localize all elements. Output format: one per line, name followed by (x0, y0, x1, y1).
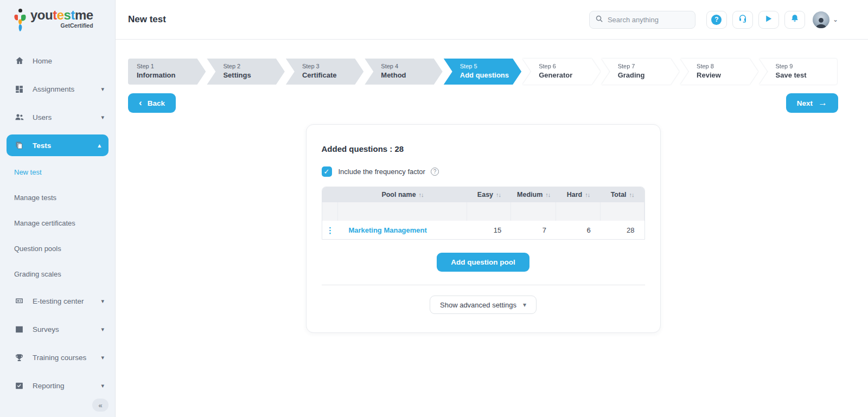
sidebar-subitem-new-test[interactable]: New test (0, 159, 115, 185)
sidebar-item-label: Users (33, 113, 52, 121)
chevron-up-icon: ▴ (98, 142, 101, 149)
step-3-certificate[interactable]: Step 3Certificate (286, 59, 363, 85)
sidebar-nav: Home Assignments ▾ Users ▾ T (0, 47, 115, 400)
sort-icon[interactable]: ↑↓ (629, 191, 634, 198)
sidebar-item-label: E-testing center (33, 297, 84, 305)
search-icon (595, 15, 603, 25)
sidebar-item-etesting-center[interactable]: E-testing center ▾ (0, 287, 115, 315)
pool-name-link[interactable]: Marketing Management (348, 226, 426, 234)
divider (322, 285, 645, 285)
sidebar-subitem-grading-scales[interactable]: Grading scales (0, 261, 115, 287)
step-2-settings[interactable]: Step 2Settings (207, 59, 284, 85)
avatar (813, 11, 829, 28)
search-box[interactable] (589, 11, 695, 29)
sort-icon[interactable]: ↑↓ (585, 191, 590, 198)
sidebar-item-tests[interactable]: Tests ▴ (7, 134, 108, 156)
step-9-save-test[interactable]: Step 9Save test (760, 59, 837, 85)
report-check-icon (14, 381, 24, 391)
sidebar-item-home[interactable]: Home (0, 47, 115, 75)
sidebar-item-surveys[interactable]: Surveys ▾ (0, 315, 115, 343)
table-row: ⋮ Marketing Management 15 7 6 28 (322, 221, 644, 239)
tutorial-button[interactable] (758, 11, 779, 29)
brand-subtitle: GetCertified (30, 23, 93, 29)
step-1-information[interactable]: Step 1Information (128, 59, 206, 85)
sidebar-item-users[interactable]: Users ▾ (0, 103, 115, 131)
column-header-pool-name[interactable]: Pool name ↑↓ (338, 187, 467, 202)
sidebar-subitem-manage-tests[interactable]: Manage tests (0, 185, 115, 210)
sidebar-item-label: Surveys (33, 325, 59, 333)
collapse-icon: « (98, 401, 102, 409)
filter-total[interactable] (601, 202, 644, 221)
topbar: New test ? (116, 0, 868, 40)
step-6-generator[interactable]: Step 6Generator (522, 59, 600, 85)
frequency-factor-checkbox[interactable]: ✓ (322, 166, 332, 177)
added-questions-count: Added questions : 28 (322, 144, 645, 153)
user-menu[interactable]: ⌄ (813, 11, 838, 28)
filter-pool-name[interactable] (338, 202, 467, 221)
chevron-down-icon: ⌄ (833, 16, 838, 23)
sidebar-item-label: Tests (33, 142, 51, 150)
trophy-icon (14, 352, 24, 363)
column-header-easy[interactable]: Easy ↑↓ (467, 187, 512, 202)
back-button[interactable]: ‹ Back (128, 93, 176, 113)
page-title: New test (128, 14, 166, 25)
sort-icon[interactable]: ↑↓ (419, 191, 424, 198)
play-icon (764, 14, 773, 25)
step-8-review[interactable]: Step 8Review (680, 59, 758, 85)
step-4-method[interactable]: Step 4Method (365, 59, 442, 85)
users-icon (14, 112, 24, 123)
sidebar-item-label: Reporting (33, 382, 65, 390)
sidebar-subitem-manage-certificates[interactable]: Manage certificates (0, 210, 115, 236)
table-header-row: Pool name ↑↓ Easy ↑↓ Medium ↑↓ (322, 187, 644, 202)
sidebar-item-reporting[interactable]: Reporting ▾ (0, 371, 115, 400)
home-icon (14, 56, 24, 66)
sidebar-item-assignments[interactable]: Assignments ▾ (0, 75, 115, 103)
sidebar-item-label: Training courses (33, 354, 86, 362)
support-button[interactable] (732, 11, 753, 29)
wizard-stepper: Step 1Information Step 2Settings Step 3C… (128, 59, 838, 85)
brand-logo-icon (13, 9, 27, 33)
column-header-medium[interactable]: Medium ↑↓ (511, 187, 556, 202)
arrow-right-icon: → (818, 98, 827, 108)
chevron-down-icon: ▾ (523, 301, 526, 309)
filter-medium[interactable] (511, 202, 556, 221)
sidebar-item-training-courses[interactable]: Training courses ▾ (0, 343, 115, 371)
chevron-down-icon: ▾ (101, 86, 104, 93)
frequency-factor-label: Include the frequency factor (339, 168, 425, 176)
brand-logo[interactable]: youtestme GetCertified (0, 0, 115, 39)
cell-medium: 7 (511, 221, 556, 239)
tests-stack-icon (14, 140, 24, 151)
notifications-button[interactable] (784, 11, 805, 29)
cell-total: 28 (601, 221, 644, 239)
sidebar-collapse-button[interactable]: « (92, 399, 108, 412)
question-pools-table: Pool name ↑↓ Easy ↑↓ Medium ↑↓ (322, 187, 645, 240)
step-5-add-questions[interactable]: Step 5Add questions (444, 59, 521, 85)
chevron-down-icon: ▾ (101, 114, 104, 121)
filter-hard[interactable] (556, 202, 601, 221)
sidebar-item-label: Assignments (33, 85, 74, 93)
add-question-pool-button[interactable]: Add question pool (437, 253, 529, 272)
check-icon: ✓ (324, 168, 330, 176)
sort-icon[interactable]: ↑↓ (496, 191, 501, 198)
monitor-icon (14, 296, 24, 306)
filter-easy[interactable] (467, 202, 512, 221)
next-button[interactable]: Next → (786, 93, 838, 113)
info-icon[interactable]: ? (431, 168, 439, 176)
app-root: youtestme GetCertified Home Assignments … (0, 0, 868, 417)
column-header-hard[interactable]: Hard ↑↓ (556, 187, 601, 202)
step-7-grading[interactable]: Step 7Grading (602, 59, 679, 85)
cell-easy: 15 (467, 221, 512, 239)
help-button[interactable]: ? (706, 11, 727, 29)
chevron-down-icon: ▾ (101, 298, 104, 305)
main-area: New test ? (116, 0, 868, 417)
sidebar-item-label: Home (33, 57, 52, 65)
show-advanced-settings-button[interactable]: Show advanced settings ▾ (430, 296, 537, 314)
sidebar: youtestme GetCertified Home Assignments … (0, 0, 116, 417)
row-menu-icon[interactable]: ⋮ (326, 226, 334, 234)
search-input[interactable] (608, 16, 684, 24)
column-header-total[interactable]: Total ↑↓ (601, 187, 644, 202)
chevron-down-icon: ▾ (101, 354, 104, 361)
sidebar-subitem-question-pools[interactable]: Question pools (0, 236, 115, 261)
grid-icon (14, 84, 24, 94)
sort-icon[interactable]: ↑↓ (545, 191, 550, 198)
